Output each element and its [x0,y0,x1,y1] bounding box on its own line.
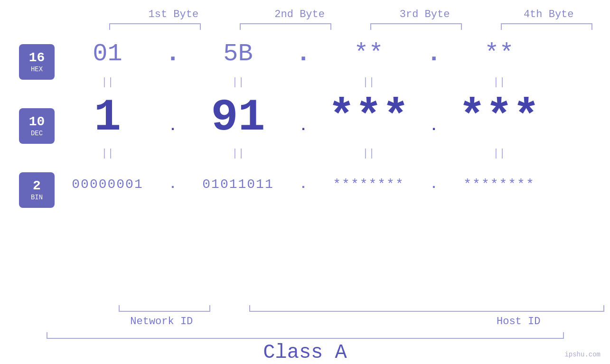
bracket-2 [240,23,331,30]
dec-dot-3: . [430,118,438,134]
dec-val-1: 1 [94,92,121,143]
byte1-header: 1st Byte [110,9,237,20]
main-container: 1st Byte 2nd Byte 3rd Byte 4th Byte 16 H… [0,0,610,364]
header-row: 1st Byte 2nd Byte 3rd Byte 4th Byte [0,9,610,20]
hex-row: 01 . 5B . ** . ** [62,35,610,73]
bin-dot-2: . [300,177,308,192]
dec-row: 1 . 91 . *** . *** [62,92,610,144]
bin-row: 00000001 . 01011011 . ******** . [62,165,610,203]
dec-dot-2: . [299,118,308,134]
hex-badge: 16 HEX [19,44,55,80]
dec-val-2: 91 [211,92,265,143]
dec-val-4: *** [459,92,540,143]
dec-dot-1: . [169,118,177,134]
equals-5: || [101,148,113,159]
bracket-4 [501,23,592,30]
byte2-header: 2nd Byte [237,9,362,20]
hex-dot-2: . [296,40,310,68]
hex-val-3: ** [354,40,383,68]
bin-val-1: 00000001 [72,177,143,192]
hex-val-2: 5B [223,40,253,68]
equals-8: || [493,148,505,159]
dec-badge: 10 DEC [19,108,55,144]
byte3-header: 3rd Byte [362,9,487,20]
bracket-3 [370,23,462,30]
bin-val-4: ******** [463,177,535,192]
equals-3: || [362,76,375,88]
equals-2: || [232,76,244,88]
class-bracket [47,332,564,339]
equals-6: || [232,148,244,159]
dec-val-3: *** [328,92,409,143]
bin-val-2: 01011011 [202,177,273,192]
bin-dot-1: . [169,177,177,192]
bottom-bracket-network [119,305,210,312]
hex-dot-1: . [165,40,180,68]
hex-val-1: 01 [93,40,122,68]
equals-row-2: || || || || [62,144,610,163]
watermark: ipshu.com [564,351,601,358]
bottom-bracket-host [249,305,604,312]
equals-1: || [101,76,113,88]
byte4-header: 4th Byte [487,9,610,20]
equals-row-1: || || || || [62,73,610,92]
hex-val-4: ** [484,40,514,68]
host-id-label: Host ID [497,316,540,327]
equals-4: || [493,76,505,88]
network-id-label: Network ID [130,316,193,327]
hex-dot-3: . [426,40,441,68]
equals-7: || [362,148,375,159]
bracket-1 [109,23,201,30]
bin-badge: 2 BIN [19,172,55,208]
badges-column: 16 HEX 10 DEC 2 BIN [19,44,55,305]
class-label: Class A [263,341,347,364]
bin-val-3: ******** [333,177,404,192]
bin-dot-3: . [430,177,438,192]
